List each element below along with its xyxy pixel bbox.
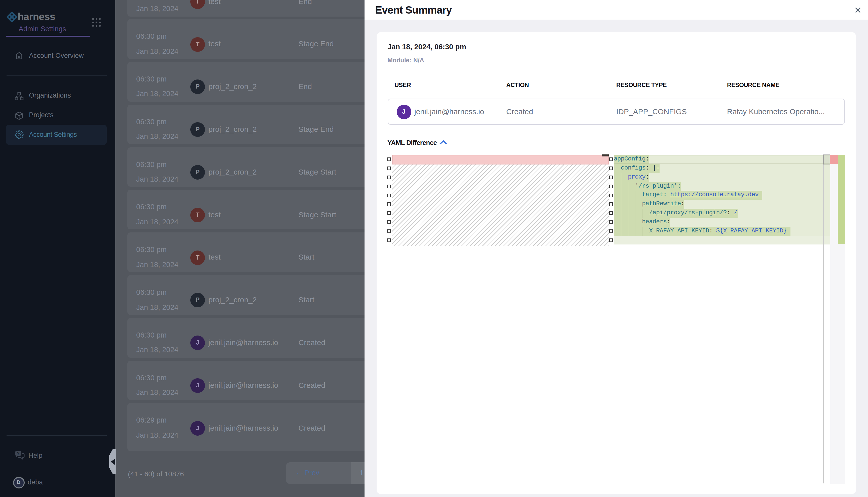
svg-text:?: ?: [17, 451, 19, 456]
